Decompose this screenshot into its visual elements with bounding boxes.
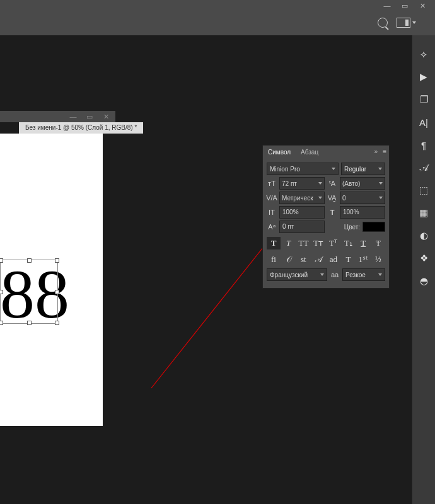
antialias-select[interactable]: Резкое xyxy=(342,268,385,281)
tab-character[interactable]: Символ xyxy=(263,146,296,159)
font-style-select[interactable]: Regular xyxy=(341,163,385,175)
handle-mid-left[interactable] xyxy=(0,290,3,294)
faux-italic-button[interactable]: T xyxy=(282,237,296,249)
font-size-icon: тT xyxy=(267,178,277,189)
selection-bounds xyxy=(0,260,58,324)
font-size-select[interactable]: 72 пт xyxy=(279,177,325,190)
character-icon[interactable]: A| xyxy=(417,116,430,129)
language-select[interactable]: Французский xyxy=(267,268,327,281)
all-caps-button[interactable]: TT xyxy=(296,237,310,249)
handle-top-left[interactable] xyxy=(0,258,3,263)
antialias-icon: aа xyxy=(330,269,340,280)
panel-icon xyxy=(397,18,410,28)
kerning-icon: V/A xyxy=(267,192,277,203)
doc-minimize-icon[interactable]: — xyxy=(65,111,81,122)
minimize-icon[interactable]: — xyxy=(378,0,396,11)
document-tab[interactable]: Без имени-1 @ 50% (Слой 1, RGB/8) * xyxy=(19,122,143,134)
chevron-down-icon xyxy=(412,21,416,24)
small-caps-button[interactable]: Tᴛ xyxy=(311,237,325,249)
ligatures-button[interactable]: fi xyxy=(267,253,281,266)
superscript-button[interactable]: Tᵀ xyxy=(327,237,340,249)
handle-top-mid[interactable] xyxy=(27,258,32,263)
tracking-select[interactable]: 0 xyxy=(340,192,385,204)
fractions-button[interactable]: 1ˢᵗ xyxy=(356,253,370,266)
cube-icon[interactable]: ⬚ xyxy=(417,184,430,197)
strikethrough-button[interactable]: Ŧ xyxy=(371,237,385,249)
vscale-icon: IT xyxy=(267,207,277,218)
workspace-switcher[interactable] xyxy=(397,18,416,28)
hscale-icon: T xyxy=(327,207,337,218)
swatches-icon[interactable]: ▦ xyxy=(417,207,430,219)
paragraph-icon[interactable]: ¶ xyxy=(417,139,430,151)
options-bar xyxy=(0,11,435,36)
text-color-swatch[interactable] xyxy=(362,222,385,232)
color-label: Цвет: xyxy=(327,224,360,231)
close-icon[interactable]: ✕ xyxy=(414,0,431,11)
maximize-icon[interactable]: ▭ xyxy=(396,0,414,11)
leading-select[interactable]: (Авто) xyxy=(340,177,385,190)
history-icon[interactable]: ⟡ xyxy=(417,48,430,60)
search-icon[interactable] xyxy=(378,18,388,28)
glyphs-icon[interactable]: 𝒜 xyxy=(417,161,430,174)
handle-bot-right[interactable] xyxy=(55,321,59,325)
app-titlebar: — ▭ ✕ xyxy=(0,0,435,11)
character-panel: Символ Абзац » ≡ Minion Pro Regular тT 7… xyxy=(262,145,390,289)
vscale-input[interactable]: 100% xyxy=(279,206,325,219)
collapse-icon[interactable]: » xyxy=(374,148,378,155)
leading-icon: ᵗA xyxy=(327,178,337,189)
baseline-input[interactable]: 0 пт xyxy=(279,220,325,233)
brushes-icon[interactable]: ❐ xyxy=(417,93,430,106)
font-family-select[interactable]: Minion Pro xyxy=(267,163,339,175)
titling-button[interactable]: 𝒜 xyxy=(311,253,325,266)
handle-bot-mid[interactable] xyxy=(27,321,32,325)
underline-button[interactable]: T xyxy=(356,237,370,249)
oldstyle-button[interactable]: st xyxy=(296,253,310,266)
document-window: — ▭ ✕ Без имени-1 @ 50% (Слой 1, RGB/8) … xyxy=(0,111,115,426)
handle-mid-right[interactable] xyxy=(55,290,59,294)
half-button[interactable]: ½ xyxy=(371,253,385,266)
actions-icon[interactable]: ▶ xyxy=(417,71,430,83)
handle-bot-left[interactable] xyxy=(0,321,3,325)
handle-top-right[interactable] xyxy=(55,258,59,263)
baseline-icon: Aᵃ xyxy=(267,221,277,232)
kerning-select[interactable]: Метрическ xyxy=(279,192,325,204)
doc-maximize-icon[interactable]: ▭ xyxy=(81,111,98,122)
channels-icon[interactable]: ◓ xyxy=(417,275,430,287)
panel-menu-icon[interactable]: ≡ xyxy=(383,148,386,155)
tab-paragraph[interactable]: Абзац xyxy=(296,146,323,159)
faux-bold-button[interactable]: T xyxy=(267,237,281,249)
layers-icon[interactable]: ❖ xyxy=(417,252,430,265)
subscript-button[interactable]: T₁ xyxy=(342,237,356,249)
document-canvas[interactable]: 88 xyxy=(0,134,103,426)
justification-alt-button[interactable]: T xyxy=(342,253,356,266)
hscale-input[interactable]: 100% xyxy=(340,206,385,219)
doc-close-icon[interactable]: ✕ xyxy=(98,111,114,122)
document-titlebar[interactable]: — ▭ ✕ xyxy=(0,111,115,122)
tracking-icon: VA̱ xyxy=(327,192,337,203)
ordinals-button[interactable]: ad xyxy=(327,253,340,266)
right-toolbar: ⟡ ▶ ❐ A| ¶ 𝒜 ⬚ ▦ ◐ ❖ ◓ xyxy=(412,35,435,504)
swash-button[interactable]: 𝒪 xyxy=(282,253,296,266)
canvas-area: — ▭ ✕ Без имени-1 @ 50% (Слой 1, RGB/8) … xyxy=(0,35,412,504)
adjustments-icon[interactable]: ◐ xyxy=(417,229,430,242)
